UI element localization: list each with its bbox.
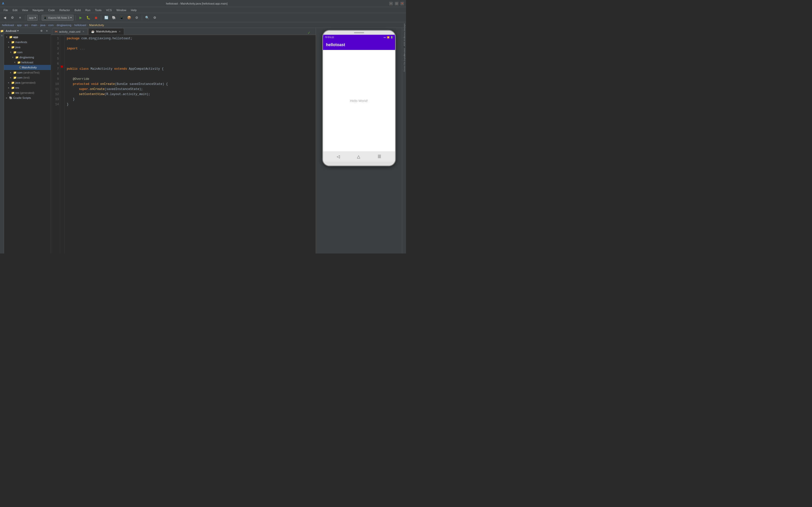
tree-label-java: java: [15, 46, 20, 49]
expand-arrow-res: ▸: [8, 87, 11, 89]
device-file-explorer-icon[interactable]: Device File Explorer: [402, 61, 406, 64]
project-icon[interactable]: 📁: [0, 30, 4, 33]
java-icon: C: [19, 66, 21, 69]
tree-label-hellotoast: hellotoast: [21, 61, 33, 64]
project-settings-button[interactable]: ⚙: [39, 29, 44, 33]
device-manager-icon[interactable]: Device Manager: [402, 29, 406, 33]
sync-button[interactable]: 🔄: [103, 14, 110, 21]
gradle-button[interactable]: 🐘: [111, 14, 117, 21]
gear2-button[interactable]: ⚙: [151, 14, 158, 21]
tree-item-com-androidtest[interactable]: ▸ 📁 com (androidTest): [4, 70, 51, 75]
menu-build[interactable]: Build: [72, 8, 83, 12]
menu-tools[interactable]: Tools: [93, 8, 104, 12]
project-panel-header: Android ▾ ⚙ ≡: [4, 28, 51, 34]
code-line-3: import ...: [67, 46, 314, 51]
breadcrumb-src[interactable]: src: [24, 23, 29, 26]
xml-icon: ⋈: [55, 30, 58, 33]
tree-item-res[interactable]: ▸ 📁 res: [4, 85, 51, 90]
tab-close-xml[interactable]: ×: [82, 30, 85, 33]
adb-wifi-icon[interactable]: ADB Wi-Fi: [402, 40, 406, 43]
breadcrumb-sep-5: ›: [46, 23, 47, 26]
tree-label-res-gen: res (generated): [15, 91, 34, 94]
tree-item-com-test[interactable]: ▸ 📁 com (test): [4, 75, 51, 80]
breadcrumb-hellotoast[interactable]: hellotoast: [74, 23, 86, 26]
folder-icon: 📁: [9, 36, 13, 39]
breadcrumb-com[interactable]: com: [48, 23, 54, 26]
code-editor[interactable]: 1 2 3 4 5 6 7 8 9 10 11 12 13 14 package…: [51, 35, 316, 253]
gutter: [60, 35, 65, 253]
tree-item-manifests[interactable]: ▸ 📁 manifests: [4, 40, 51, 45]
home-button[interactable]: △: [357, 154, 360, 159]
breadcrumb-mainactivity[interactable]: MainActivity: [89, 23, 104, 26]
tree-item-java[interactable]: ▾ 📁 java: [4, 45, 51, 50]
menu-navigate[interactable]: Navigate: [31, 8, 45, 12]
tree-label-com-androidtest: com (androidTest): [17, 71, 40, 74]
menu-window[interactable]: Window: [114, 8, 129, 12]
phone-frame: 午午5:22 ▪▪▪ 📶 🔋 hellotoast Hello World! ◁…: [322, 30, 396, 166]
phone-content: Hello World!: [323, 50, 395, 151]
tab-activity-main-xml[interactable]: ⋈ activity_main.xml ×: [52, 28, 88, 35]
tree-item-hellotoast[interactable]: ▾ 📁 hellotoast: [4, 60, 51, 65]
toolbar-sep-5: [142, 15, 142, 20]
breadcrumb-dingjiaxiong[interactable]: dingjiaxiong: [57, 23, 71, 26]
menu-code[interactable]: Code: [46, 8, 57, 12]
search-button[interactable]: 🔍: [144, 14, 150, 21]
project-tree: ▾ 📁 app ▸ 📁 manifests ▾ 📁 java ▾ 📁 com ▾: [4, 34, 51, 253]
breadcrumb-sep-8: ›: [87, 23, 88, 26]
settings-button[interactable]: ⚙: [134, 14, 140, 21]
menu-view[interactable]: View: [20, 8, 30, 12]
tab-mainactivity-java[interactable]: ☕ MainActivity.java ×: [88, 28, 124, 35]
breadcrumb-project[interactable]: hellotoast: [2, 23, 14, 26]
run-button[interactable]: ▶: [78, 14, 84, 21]
toolbar-btn-1[interactable]: ◀: [2, 14, 8, 21]
maximize-button[interactable]: □: [395, 2, 398, 5]
phone-bottom: [323, 162, 395, 166]
back-button[interactable]: ◁: [337, 154, 340, 159]
tab-label-java: MainActivity.java: [96, 30, 117, 33]
folder-icon-gradle: 🐘: [9, 96, 13, 100]
code-line-1: package com.dingjiaxiong.hellotoast;: [67, 36, 314, 41]
tree-item-gradle[interactable]: ▸ 🐘 Gradle Scripts: [4, 95, 51, 100]
breadcrumb-main[interactable]: main: [31, 23, 37, 26]
expand-arrow-manifests: ▸: [8, 41, 11, 43]
menu-refactor[interactable]: Refactor: [57, 8, 72, 12]
menu-run[interactable]: Run: [83, 8, 92, 12]
toolbar-btn-2[interactable]: ⚙: [9, 14, 16, 21]
project-collapse-button[interactable]: ≡: [45, 29, 49, 33]
menu-vcs[interactable]: VCS: [104, 8, 114, 12]
tree-item-app[interactable]: ▾ 📁 app: [4, 35, 51, 40]
folder-icon-java: 📁: [11, 46, 15, 49]
sdk-button[interactable]: 📦: [126, 14, 133, 21]
breadcrumb-app[interactable]: app: [17, 23, 21, 26]
tree-item-com[interactable]: ▾ 📁 com: [4, 50, 51, 55]
close-button[interactable]: ✕: [400, 2, 404, 5]
tab-close-java[interactable]: ×: [118, 30, 121, 33]
tree-item-java-gen[interactable]: ▸ 📁 java (generated): [4, 80, 51, 85]
menu-nav-button[interactable]: ☰: [377, 154, 381, 159]
breadcrumb-java[interactable]: java: [40, 23, 45, 26]
toolbar-btn-3[interactable]: ≡: [17, 14, 23, 21]
phone-speaker: [354, 32, 364, 33]
avd-button[interactable]: 📱: [118, 14, 125, 21]
minimize-button[interactable]: −: [389, 2, 393, 5]
tree-item-dingjiaxiong[interactable]: ▾ 📁 dingjiaxiong: [4, 55, 51, 60]
device-dropdown[interactable]: 📱 Xiaomi Mi Note 3 ▾: [42, 15, 73, 21]
debug-button[interactable]: 🐛: [85, 14, 92, 21]
menu-file[interactable]: File: [2, 8, 10, 12]
tree-item-mainactivity[interactable]: ▸ C MainActivity: [4, 65, 51, 70]
folder-icon-manifests: 📁: [11, 41, 15, 44]
code-line-9: @Override: [67, 76, 314, 81]
app-dropdown[interactable]: app ▾: [27, 15, 38, 21]
resource-icon[interactable]: R: [1, 35, 3, 37]
expand-arrow: ▾: [6, 36, 9, 38]
emulator-icon[interactable]: Emulator: [402, 50, 406, 54]
breadcrumb-sep-3: ›: [29, 23, 30, 26]
stop-button[interactable]: ◼: [93, 14, 99, 21]
menu-help[interactable]: Help: [129, 8, 139, 12]
android-label: Android: [6, 30, 16, 33]
menu-edit[interactable]: Edit: [11, 8, 19, 12]
folder-icon-javagen: 📁: [11, 81, 15, 84]
tree-item-res-gen[interactable]: ▸ 📁 res (generated): [4, 90, 51, 95]
expand-arrow-dingjiaxiong: ▾: [12, 56, 15, 59]
code-content[interactable]: package com.dingjiaxiong.hellotoast; imp…: [65, 35, 316, 253]
